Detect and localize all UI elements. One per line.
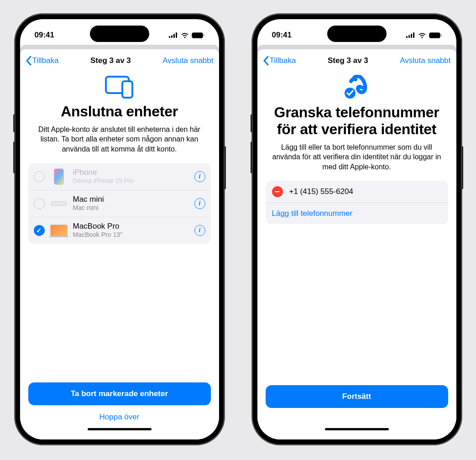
nav-bar: Tillbaka Steg 3 av 3 Avsluta snabbt <box>257 49 456 69</box>
svg-rect-10 <box>408 35 410 38</box>
wifi-icon <box>181 32 189 38</box>
screen-left: 09:41 Tillbaka Steg 3 av 3 Avsluta snabb… <box>20 19 219 439</box>
battery-icon <box>192 32 204 38</box>
device-row-macbookpro[interactable]: MacBook Pro MacBook Pro 13″ i <box>28 217 211 244</box>
back-label: Tillbaka <box>32 56 59 65</box>
cellular-icon <box>169 32 178 38</box>
phone-frame-left: 09:41 Tillbaka Steg 3 av 3 Avsluta snabb… <box>15 14 225 445</box>
device-checkbox[interactable] <box>34 171 45 182</box>
device-sub: MacBook Pro 13″ <box>73 231 189 239</box>
macmini-icon <box>50 195 68 212</box>
svg-rect-14 <box>430 33 439 37</box>
back-label: Tillbaka <box>270 56 296 65</box>
phone-number: +1 (415) 555-6204 <box>289 187 353 196</box>
device-checkbox[interactable] <box>34 198 45 209</box>
home-indicator[interactable] <box>88 428 152 430</box>
modal-sheet: Tillbaka Steg 3 av 3 Avsluta snabbt Ansl… <box>20 49 219 439</box>
back-button[interactable]: Tillbaka <box>263 56 296 66</box>
phone-list: +1 (415) 555-6204 Lägg till telefonnumme… <box>266 181 448 224</box>
status-time: 09:41 <box>272 31 292 40</box>
svg-rect-0 <box>169 36 170 38</box>
continue-button[interactable]: Fortsätt <box>266 385 448 408</box>
remove-phone-button[interactable] <box>272 186 283 197</box>
status-indicators <box>406 32 442 38</box>
modal-sheet: Tillbaka Steg 3 av 3 Avsluta snabbt Gran… <box>257 49 456 439</box>
info-button[interactable]: i <box>194 171 205 182</box>
device-list: iPhone Denna iPhone 15 Pro i Mac mini Ma… <box>28 163 211 244</box>
status-time: 09:41 <box>35 31 54 40</box>
device-checkbox[interactable] <box>34 225 45 236</box>
svg-rect-3 <box>176 32 177 38</box>
quit-button[interactable]: Avsluta snabbt <box>162 56 213 65</box>
page-title: Anslutna enheter <box>28 103 211 120</box>
svg-rect-5 <box>193 33 202 37</box>
info-button[interactable]: i <box>194 198 205 209</box>
dynamic-island <box>90 26 149 42</box>
battery-icon <box>429 32 442 38</box>
skip-button[interactable]: Hoppa över <box>28 408 211 426</box>
remove-selected-button[interactable]: Ta bort markerade enheter <box>28 382 211 405</box>
svg-rect-6 <box>204 34 204 37</box>
chevron-left-icon <box>26 56 32 66</box>
phone-row: +1 (415) 555-6204 <box>266 181 448 203</box>
iphone-icon <box>50 168 68 185</box>
add-phone-button[interactable]: Lägg till telefonnummer <box>266 203 448 224</box>
back-button[interactable]: Tillbaka <box>26 56 59 66</box>
chevron-left-icon <box>263 56 269 66</box>
nav-bar: Tillbaka Steg 3 av 3 Avsluta snabbt <box>20 49 219 69</box>
device-sub: Mac mini <box>73 204 189 212</box>
svg-rect-8 <box>122 81 132 98</box>
device-name: Mac mini <box>73 195 189 204</box>
device-sub: Denna iPhone 15 Pro <box>73 177 189 185</box>
svg-rect-12 <box>413 32 414 38</box>
phone-frame-right: 09:41 Tillbaka Steg 3 av 3 Avsluta snabb… <box>252 14 462 445</box>
quit-button[interactable]: Avsluta snabbt <box>400 56 450 65</box>
home-indicator[interactable] <box>325 428 389 430</box>
cellular-icon <box>406 32 415 38</box>
svg-rect-15 <box>441 34 442 37</box>
page-desc: Lägg till eller ta bort telefonnummer so… <box>266 142 448 172</box>
info-button[interactable]: i <box>194 225 205 236</box>
dynamic-island <box>327 26 387 42</box>
svg-rect-11 <box>411 34 412 38</box>
phone-verify-icon <box>266 75 448 99</box>
svg-rect-2 <box>173 34 175 38</box>
device-name: iPhone <box>73 168 189 177</box>
step-indicator: Steg 3 av 3 <box>90 56 131 65</box>
device-row-macmini[interactable]: Mac mini Mac mini i <box>28 190 211 217</box>
devices-icon <box>28 75 211 99</box>
svg-rect-1 <box>171 35 173 38</box>
step-indicator: Steg 3 av 3 <box>328 56 368 65</box>
status-indicators <box>169 32 204 38</box>
svg-rect-9 <box>406 36 408 38</box>
device-row-iphone[interactable]: iPhone Denna iPhone 15 Pro i <box>28 163 211 190</box>
page-desc: Ditt Apple-konto är anslutet till enhete… <box>28 125 211 154</box>
page-title: Granska telefonnummer för att verifiera … <box>266 104 448 138</box>
screen-right: 09:41 Tillbaka Steg 3 av 3 Avsluta snabb… <box>257 19 456 439</box>
wifi-icon <box>418 32 426 38</box>
macbookpro-icon <box>50 222 68 239</box>
device-name: MacBook Pro <box>73 222 189 231</box>
